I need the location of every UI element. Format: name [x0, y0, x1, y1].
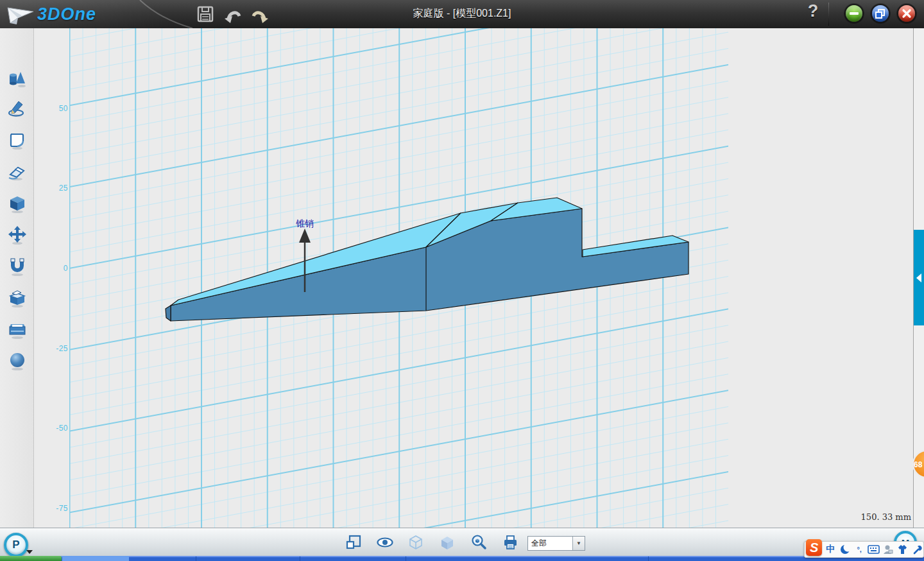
- user-dict-icon[interactable]: [882, 543, 894, 556]
- primitive-solids-icon[interactable]: [7, 68, 26, 90]
- chevron-down-icon: ▼: [576, 540, 581, 546]
- wireframe-cube-icon[interactable]: [407, 534, 424, 551]
- ruler-label: 50: [46, 104, 68, 113]
- visibility-eye-icon[interactable]: [377, 534, 393, 551]
- restore-button[interactable]: [870, 3, 891, 24]
- scale-readout: 150. 33 mm: [852, 512, 911, 522]
- restore-icon: [872, 5, 889, 22]
- sidebar: [0, 28, 34, 528]
- punctuation-toggle[interactable]: °,: [853, 543, 866, 556]
- ime-language-toggle[interactable]: 中: [824, 543, 837, 556]
- ime-toolbar: S 中 °,: [804, 541, 924, 558]
- taskbar-separator: [406, 557, 406, 561]
- title-bar[interactable]: 3DOne 家庭版 - [模型001.Z1] ?: [0, 0, 924, 29]
- feature-cube-icon[interactable]: [7, 193, 26, 215]
- magnet-align-icon[interactable]: [7, 256, 26, 278]
- notification-badge[interactable]: 68: [910, 449, 924, 479]
- panel-expand-tab[interactable]: [914, 230, 924, 325]
- combobox-dropdown-button[interactable]: ▼: [572, 537, 585, 550]
- app-window: 3DOne 家庭版 - [模型001.Z1] ?: [0, 0, 924, 561]
- windows-taskbar[interactable]: [0, 556, 924, 561]
- start-button[interactable]: [0, 556, 62, 561]
- titlebar-separator: [828, 3, 829, 26]
- taskbar-separator: [196, 557, 196, 561]
- viewport[interactable]: 50 25 0 -25 -50 -75 i3DOne.com 锥销 150. 3…: [33, 28, 924, 528]
- zoom-search-icon[interactable]: [470, 534, 487, 551]
- quick-launch[interactable]: [62, 556, 129, 561]
- ruler-label: 0: [46, 264, 68, 273]
- badge-count: 68: [914, 460, 923, 469]
- close-icon: [898, 5, 915, 22]
- surface-icon[interactable]: [7, 130, 26, 152]
- combine-box-icon[interactable]: [7, 288, 26, 309]
- soft-keyboard-icon[interactable]: [868, 543, 880, 556]
- ruler-label: 25: [46, 184, 68, 193]
- ruler-label: -75: [46, 504, 68, 513]
- moon-icon[interactable]: [839, 543, 851, 556]
- move-transform-icon[interactable]: [7, 225, 26, 246]
- chevron-left-icon: [916, 273, 921, 282]
- taskbar-separator: [300, 557, 300, 561]
- help-button[interactable]: ?: [803, 1, 823, 26]
- taskbar-highlight: [0, 556, 924, 557]
- settings-wrench-icon[interactable]: [911, 543, 923, 556]
- taskbar-separator: [648, 557, 649, 561]
- view-plane-icon[interactable]: [345, 534, 362, 551]
- profile-badge[interactable]: P: [4, 533, 28, 557]
- toolbox-icon[interactable]: [7, 319, 26, 341]
- print-icon[interactable]: [502, 534, 518, 551]
- bottom-toolbar: P: [0, 528, 924, 557]
- material-sphere-icon[interactable]: [7, 350, 26, 372]
- ruler-label: -25: [46, 344, 68, 353]
- sogou-logo-icon[interactable]: S: [806, 539, 822, 556]
- skin-tshirt-icon[interactable]: [896, 543, 909, 556]
- sketch-draw-icon[interactable]: [7, 99, 26, 121]
- window-title: 家庭版 - [模型001.Z1]: [0, 7, 924, 21]
- filter-combobox[interactable]: 全部 ▼: [527, 536, 585, 551]
- minimize-button[interactable]: [844, 3, 864, 24]
- close-button[interactable]: [896, 3, 917, 24]
- sketch-edit-icon[interactable]: [7, 162, 26, 184]
- minimize-icon: [846, 5, 862, 22]
- ruler-label: -50: [46, 424, 68, 433]
- shaded-cube-icon[interactable]: [439, 534, 456, 551]
- filter-combobox-value: 全部: [528, 537, 572, 550]
- profile-caret-icon[interactable]: [26, 550, 33, 554]
